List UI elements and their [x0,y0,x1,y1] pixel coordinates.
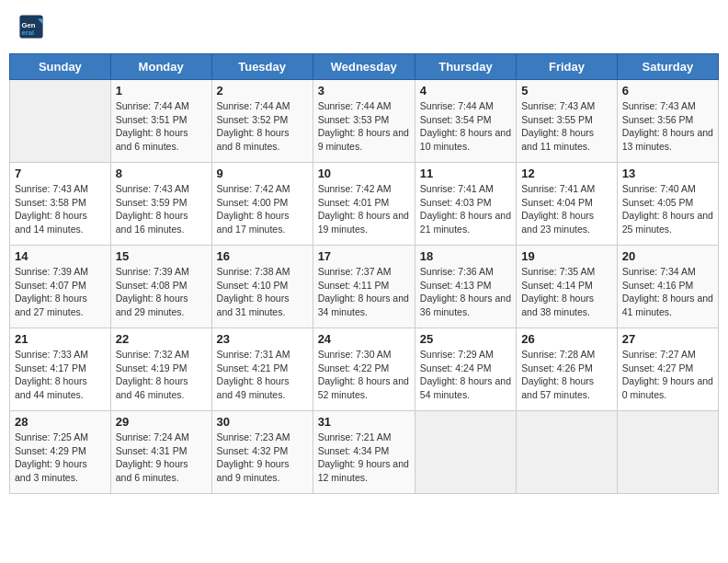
calendar-cell: 22 Sunrise: 7:32 AMSunset: 4:19 PMDaylig… [110,328,211,411]
day-number: 11 [420,167,511,180]
day-info: Sunrise: 7:44 AMSunset: 3:52 PMDaylight:… [217,99,308,154]
calendar-cell: 13 Sunrise: 7:40 AMSunset: 4:05 PMDaylig… [617,163,718,246]
day-info: Sunrise: 7:43 AMSunset: 3:55 PMDaylight:… [521,99,612,154]
calendar-cell: 6 Sunrise: 7:43 AMSunset: 3:56 PMDayligh… [617,80,718,163]
day-number: 17 [318,249,410,263]
day-info: Sunrise: 7:35 AMSunset: 4:14 PMDaylight:… [521,265,612,319]
calendar-cell: 16 Sunrise: 7:38 AMSunset: 4:10 PMDaylig… [211,246,313,328]
day-number: 7 [15,167,106,180]
day-number: 27 [622,332,713,346]
day-number: 14 [15,249,106,263]
calendar-cell: 23 Sunrise: 7:31 AMSunset: 4:21 PMDaylig… [211,328,313,411]
day-number: 4 [420,84,511,98]
day-number: 30 [217,415,308,429]
day-info: Sunrise: 7:41 AMSunset: 4:03 PMDaylight:… [420,182,511,236]
week-row-1: 1 Sunrise: 7:44 AMSunset: 3:51 PMDayligh… [10,80,719,163]
day-number: 31 [318,415,410,429]
calendar-cell: 5 Sunrise: 7:43 AMSunset: 3:55 PMDayligh… [517,80,618,163]
day-number: 28 [15,415,106,429]
day-number: 21 [15,332,106,346]
day-number: 24 [318,332,410,346]
day-number: 1 [116,84,207,98]
page-header: Gen eral [9,9,719,44]
calendar-cell: 29 Sunrise: 7:24 AMSunset: 4:31 PMDaylig… [110,411,211,494]
day-number: 13 [622,167,713,180]
calendar-cell: 28 Sunrise: 7:25 AMSunset: 4:29 PMDaylig… [10,411,111,494]
day-info: Sunrise: 7:44 AMSunset: 3:53 PMDaylight:… [318,99,410,154]
calendar-table: SundayMondayTuesdayWednesdayThursdayFrid… [9,53,719,494]
day-info: Sunrise: 7:25 AMSunset: 4:29 PMDaylight:… [15,431,106,485]
calendar-cell: 24 Sunrise: 7:30 AMSunset: 4:22 PMDaylig… [313,328,415,411]
calendar-cell [10,80,111,163]
calendar-cell: 25 Sunrise: 7:29 AMSunset: 4:24 PMDaylig… [415,328,516,411]
day-number: 3 [318,84,410,98]
day-info: Sunrise: 7:30 AMSunset: 4:22 PMDaylight:… [318,348,410,402]
calendar-cell: 2 Sunrise: 7:44 AMSunset: 3:52 PMDayligh… [211,80,313,163]
week-row-3: 14 Sunrise: 7:39 AMSunset: 4:07 PMDaylig… [10,246,719,328]
calendar-cell: 7 Sunrise: 7:43 AMSunset: 3:58 PMDayligh… [10,163,111,246]
calendar-cell: 26 Sunrise: 7:28 AMSunset: 4:26 PMDaylig… [517,328,618,411]
calendar-cell [415,411,516,494]
day-number: 19 [521,249,612,263]
day-number: 12 [521,167,612,180]
weekday-sunday: Sunday [10,54,111,80]
calendar-cell: 18 Sunrise: 7:36 AMSunset: 4:13 PMDaylig… [415,246,516,328]
weekday-header-row: SundayMondayTuesdayWednesdayThursdayFrid… [10,54,719,80]
weekday-thursday: Thursday [415,54,516,80]
day-info: Sunrise: 7:27 AMSunset: 4:27 PMDaylight:… [622,348,713,402]
weekday-saturday: Saturday [617,54,718,80]
weekday-wednesday: Wednesday [313,54,415,80]
day-info: Sunrise: 7:38 AMSunset: 4:10 PMDaylight:… [217,265,308,319]
day-info: Sunrise: 7:34 AMSunset: 4:16 PMDaylight:… [622,265,713,319]
day-info: Sunrise: 7:28 AMSunset: 4:26 PMDaylight:… [521,348,612,402]
calendar-cell: 11 Sunrise: 7:41 AMSunset: 4:03 PMDaylig… [415,163,516,246]
day-info: Sunrise: 7:37 AMSunset: 4:11 PMDaylight:… [318,265,410,319]
day-number: 2 [217,84,308,98]
day-info: Sunrise: 7:31 AMSunset: 4:21 PMDaylight:… [217,348,308,402]
logo-icon: Gen eral [18,14,44,40]
day-info: Sunrise: 7:41 AMSunset: 4:04 PMDaylight:… [521,182,612,236]
calendar-cell: 10 Sunrise: 7:42 AMSunset: 4:01 PMDaylig… [313,163,415,246]
svg-text:eral: eral [22,29,35,37]
calendar-cell: 21 Sunrise: 7:33 AMSunset: 4:17 PMDaylig… [10,328,111,411]
day-info: Sunrise: 7:42 AMSunset: 4:01 PMDaylight:… [318,182,410,236]
day-info: Sunrise: 7:43 AMSunset: 3:59 PMDaylight:… [116,182,207,236]
calendar-cell: 3 Sunrise: 7:44 AMSunset: 3:53 PMDayligh… [313,80,415,163]
day-number: 9 [217,167,308,180]
calendar-cell: 27 Sunrise: 7:27 AMSunset: 4:27 PMDaylig… [617,328,718,411]
day-info: Sunrise: 7:40 AMSunset: 4:05 PMDaylight:… [622,182,713,236]
calendar-cell: 8 Sunrise: 7:43 AMSunset: 3:59 PMDayligh… [110,163,211,246]
logo: Gen eral [18,14,48,40]
day-number: 16 [217,249,308,263]
day-number: 8 [116,167,207,180]
week-row-5: 28 Sunrise: 7:25 AMSunset: 4:29 PMDaylig… [10,411,719,494]
week-row-4: 21 Sunrise: 7:33 AMSunset: 4:17 PMDaylig… [10,328,719,411]
weekday-monday: Monday [110,54,211,80]
day-info: Sunrise: 7:23 AMSunset: 4:32 PMDaylight:… [217,431,308,485]
day-number: 26 [521,332,612,346]
day-number: 10 [318,167,410,180]
calendar-cell: 14 Sunrise: 7:39 AMSunset: 4:07 PMDaylig… [10,246,111,328]
day-number: 5 [521,84,612,98]
day-number: 6 [622,84,713,98]
calendar-cell [617,411,718,494]
calendar-cell [517,411,618,494]
weekday-tuesday: Tuesday [211,54,313,80]
calendar-body: 1 Sunrise: 7:44 AMSunset: 3:51 PMDayligh… [10,80,719,494]
calendar-cell: 31 Sunrise: 7:21 AMSunset: 4:34 PMDaylig… [313,411,415,494]
day-number: 29 [116,415,207,429]
calendar-cell: 4 Sunrise: 7:44 AMSunset: 3:54 PMDayligh… [415,80,516,163]
calendar-cell: 9 Sunrise: 7:42 AMSunset: 4:00 PMDayligh… [211,163,313,246]
day-info: Sunrise: 7:44 AMSunset: 3:51 PMDaylight:… [116,99,207,154]
day-info: Sunrise: 7:32 AMSunset: 4:19 PMDaylight:… [116,348,207,402]
day-info: Sunrise: 7:39 AMSunset: 4:08 PMDaylight:… [116,265,207,319]
day-number: 15 [116,249,207,263]
day-info: Sunrise: 7:43 AMSunset: 3:56 PMDaylight:… [622,99,713,154]
day-number: 18 [420,249,511,263]
calendar-cell: 20 Sunrise: 7:34 AMSunset: 4:16 PMDaylig… [617,246,718,328]
day-number: 23 [217,332,308,346]
calendar-cell: 30 Sunrise: 7:23 AMSunset: 4:32 PMDaylig… [211,411,313,494]
day-info: Sunrise: 7:42 AMSunset: 4:00 PMDaylight:… [217,182,308,236]
calendar-cell: 12 Sunrise: 7:41 AMSunset: 4:04 PMDaylig… [517,163,618,246]
day-info: Sunrise: 7:21 AMSunset: 4:34 PMDaylight:… [318,431,410,485]
